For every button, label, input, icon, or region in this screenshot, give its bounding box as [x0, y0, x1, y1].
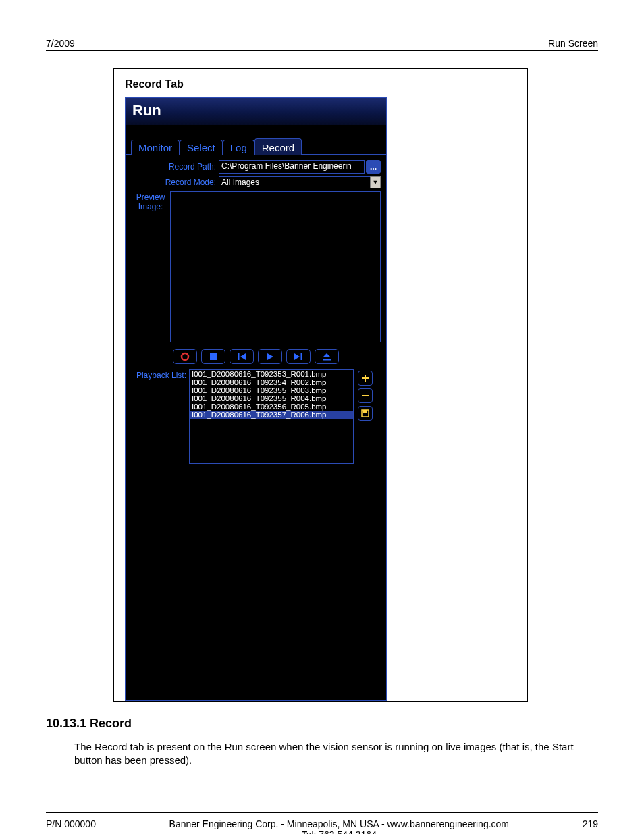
page-footer: P/N 000000 Banner Engineering Corp. - Mi…	[46, 812, 598, 835]
minus-icon	[361, 392, 369, 400]
playback-list-label: Playback List:	[131, 369, 189, 464]
record-path-field[interactable]: C:\Program Files\Banner Engineerin	[219, 160, 365, 174]
record-path-label: Record Path:	[131, 162, 219, 172]
footer-left: P/N 000000	[46, 818, 96, 829]
playback-item[interactable]: I001_D20080616_T092357_R006.bmp	[190, 411, 353, 419]
preview-label: Preview Image:	[131, 191, 170, 342]
tab-content: Record Path: C:\Program Files\Banner Eng…	[126, 154, 386, 700]
playback-item[interactable]: I001_D20080616_T092356_R005.bmp	[190, 402, 353, 411]
save-icon	[361, 409, 369, 417]
save-button[interactable]	[358, 406, 373, 421]
app-title: Run	[126, 98, 386, 125]
svg-rect-11	[362, 395, 369, 396]
svg-rect-2	[238, 353, 240, 360]
tab-monitor[interactable]: Monitor	[131, 140, 180, 155]
plus-icon	[361, 374, 369, 382]
svg-rect-8	[323, 359, 331, 361]
play-button[interactable]	[258, 349, 282, 364]
browse-button[interactable]: ...	[366, 160, 381, 174]
playback-list[interactable]: I001_D20080616_T092353_R001.bmpI001_D200…	[189, 369, 354, 464]
tab-strip: Monitor Select Log Record	[126, 125, 386, 154]
prev-button[interactable]	[230, 349, 254, 364]
preview-image	[170, 191, 381, 342]
header-left: 7/2009	[46, 38, 75, 49]
svg-rect-1	[210, 353, 217, 360]
stop-icon	[209, 353, 217, 361]
eject-icon	[322, 353, 331, 361]
record-mode-select[interactable]: All Images	[219, 176, 371, 188]
run-panel: Run Monitor Select Log Record Record Pat…	[125, 97, 387, 701]
svg-point-0	[182, 353, 188, 360]
figure-caption: Record Tab	[125, 78, 516, 90]
svg-marker-5	[294, 353, 300, 360]
footer-center: Banner Engineering Corp. - Minneapolis, …	[96, 818, 583, 835]
record-icon	[180, 352, 190, 361]
page-header: 7/2009 Run Screen	[46, 38, 598, 51]
playback-item[interactable]: I001_D20080616_T092354_R002.bmp	[190, 378, 353, 386]
remove-button[interactable]	[358, 388, 373, 403]
skip-next-icon	[294, 353, 303, 361]
svg-marker-4	[267, 353, 273, 360]
stop-button[interactable]	[201, 349, 225, 364]
page-number: 219	[583, 818, 598, 829]
svg-marker-3	[240, 353, 246, 360]
media-bar	[131, 349, 381, 364]
next-button[interactable]	[286, 349, 311, 364]
tab-record[interactable]: Record	[254, 138, 302, 155]
playback-item[interactable]: I001_D20080616_T092355_R004.bmp	[190, 394, 353, 402]
playback-item[interactable]: I001_D20080616_T092353_R001.bmp	[190, 370, 353, 378]
svg-marker-7	[323, 353, 331, 357]
svg-rect-6	[301, 353, 303, 360]
tab-log[interactable]: Log	[223, 140, 254, 155]
eject-button[interactable]	[315, 349, 339, 364]
record-button[interactable]	[173, 349, 197, 364]
record-mode-label: Record Mode:	[131, 178, 219, 187]
section-heading: 10.13.1 Record	[46, 716, 598, 731]
tab-select[interactable]: Select	[180, 140, 223, 155]
svg-rect-13	[363, 410, 367, 413]
add-button[interactable]	[358, 371, 373, 386]
playback-item[interactable]: I001_D20080616_T092355_R003.bmp	[190, 386, 353, 394]
chevron-down-icon[interactable]: ▼	[370, 176, 381, 188]
header-right: Run Screen	[548, 38, 598, 49]
play-icon	[266, 353, 274, 361]
section-body: The Record tab is present on the Run scr…	[74, 740, 598, 768]
skip-prev-icon	[237, 353, 246, 361]
figure-box: Record Tab Run Monitor Select Log Record…	[113, 68, 528, 702]
svg-rect-10	[362, 377, 369, 379]
